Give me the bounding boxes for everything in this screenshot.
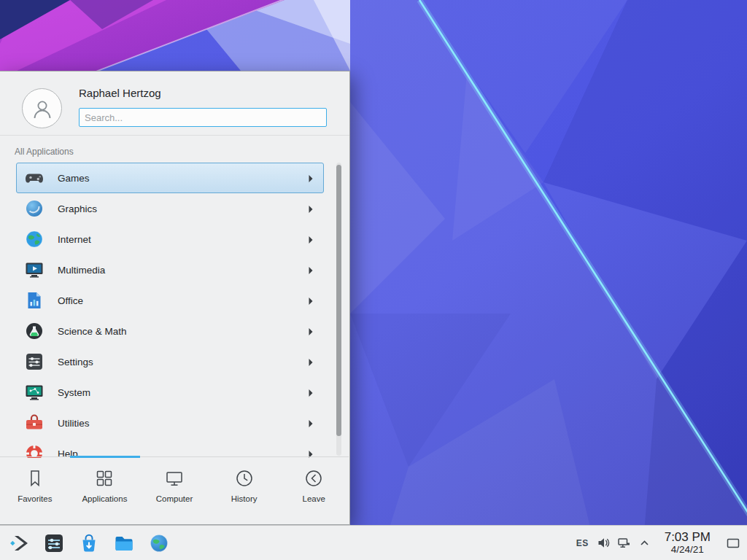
category-multimedia[interactable]: Multimedia xyxy=(16,254,324,285)
network-button[interactable] xyxy=(617,536,631,550)
category-label: Utilities xyxy=(58,418,90,429)
chevron-right-icon xyxy=(307,174,314,184)
category-settings[interactable]: Settings xyxy=(16,346,324,377)
user-avatar[interactable] xyxy=(22,88,62,128)
system-monitor-icon xyxy=(24,382,44,402)
web-globe-icon xyxy=(148,532,170,554)
office-document-icon xyxy=(24,290,44,311)
clock-time: 7:03 PM xyxy=(665,530,711,544)
web-browser-button[interactable] xyxy=(146,530,172,556)
category-graphics[interactable]: Graphics xyxy=(16,193,324,224)
scrollbar-thumb[interactable] xyxy=(336,165,341,436)
launcher-header: Raphael Hertzog xyxy=(0,71,349,136)
chevron-right-icon xyxy=(307,388,314,398)
section-label: All Applications xyxy=(15,147,74,157)
settings-sliders-icon xyxy=(24,351,44,372)
computer-icon xyxy=(164,468,185,489)
utilities-toolbox-icon xyxy=(24,413,44,433)
launcher-footer-tabs: Favorites Applications Computer xyxy=(0,456,349,524)
user-name: Raphael Hertzog xyxy=(79,87,161,99)
category-system[interactable]: System xyxy=(16,377,324,408)
taskbar-panel: ES xyxy=(0,525,747,560)
discover-icon xyxy=(78,532,100,554)
internet-globe-icon xyxy=(24,229,44,249)
system-settings-icon xyxy=(43,532,65,554)
desktop-outline-icon xyxy=(726,536,740,551)
category-label: Multimedia xyxy=(58,265,105,276)
expand-tray-button[interactable] xyxy=(638,536,651,550)
multimedia-icon xyxy=(24,260,44,280)
speaker-icon xyxy=(597,536,611,550)
chevron-right-icon xyxy=(307,235,314,245)
science-flask-icon xyxy=(24,321,44,341)
tab-leave[interactable]: Leave xyxy=(279,457,349,524)
category-help[interactable]: Help xyxy=(16,438,324,458)
tab-label: History xyxy=(231,494,258,503)
category-list: Games Graphics Internet xyxy=(0,163,350,458)
tab-label: Favorites xyxy=(18,494,52,503)
category-science-math[interactable]: Science & Math xyxy=(16,316,324,346)
leave-icon xyxy=(303,468,324,489)
tab-history[interactable]: History xyxy=(209,457,279,524)
volume-button[interactable] xyxy=(597,536,611,550)
category-label: Internet xyxy=(58,234,91,245)
help-lifering-icon xyxy=(24,443,44,458)
chevron-right-icon xyxy=(307,327,314,337)
chevron-right-icon xyxy=(307,265,314,276)
app-launcher-menu: Raphael Hertzog All Applications Games xyxy=(0,71,350,525)
gamepad-icon xyxy=(24,168,44,188)
network-icon xyxy=(617,536,631,550)
applications-grid-icon xyxy=(94,468,115,489)
dolphin-folder-icon xyxy=(113,532,135,554)
tab-label: Applications xyxy=(82,494,127,503)
category-office[interactable]: Office xyxy=(16,285,324,316)
history-clock-icon xyxy=(234,468,255,489)
tab-applications[interactable]: Applications xyxy=(70,457,140,524)
bookmark-icon xyxy=(25,468,45,489)
category-internet[interactable]: Internet xyxy=(16,224,324,254)
tab-label: Computer xyxy=(156,494,193,503)
tab-favorites[interactable]: Favorites xyxy=(0,457,70,524)
category-label: Science & Math xyxy=(58,326,127,337)
system-tray: ES xyxy=(575,527,747,559)
system-settings-button[interactable] xyxy=(41,530,67,556)
category-games[interactable]: Games xyxy=(16,163,324,193)
desktop: Raphael Hertzog All Applications Games xyxy=(0,0,747,560)
active-tab-indicator xyxy=(70,456,140,458)
chevron-right-icon xyxy=(307,204,314,214)
show-desktop-button[interactable] xyxy=(722,527,744,559)
category-label: Office xyxy=(58,295,83,306)
category-label: System xyxy=(58,387,90,398)
clock-date: 4/24/21 xyxy=(665,544,711,555)
category-label: Games xyxy=(58,173,90,184)
chevron-right-icon xyxy=(307,419,314,429)
application-launcher-button[interactable] xyxy=(6,530,32,556)
chevron-right-icon xyxy=(307,357,314,368)
file-manager-button[interactable] xyxy=(111,530,137,556)
chevron-up-icon xyxy=(638,537,651,549)
kde-kicker-icon xyxy=(8,532,30,554)
chevron-right-icon xyxy=(307,296,314,306)
category-label: Graphics xyxy=(58,203,97,214)
taskbar-launchers xyxy=(0,530,172,556)
tab-label: Leave xyxy=(303,494,325,503)
digital-clock[interactable]: 7:03 PM 4/24/21 xyxy=(665,530,711,555)
category-label: Settings xyxy=(58,357,93,368)
tab-computer[interactable]: Computer xyxy=(139,457,209,524)
graphics-icon xyxy=(24,198,44,219)
discover-button[interactable] xyxy=(76,530,102,556)
category-utilities[interactable]: Utilities xyxy=(16,408,324,438)
keyboard-layout-indicator[interactable]: ES xyxy=(575,538,590,548)
user-icon xyxy=(31,97,54,120)
search-input[interactable] xyxy=(79,108,327,127)
